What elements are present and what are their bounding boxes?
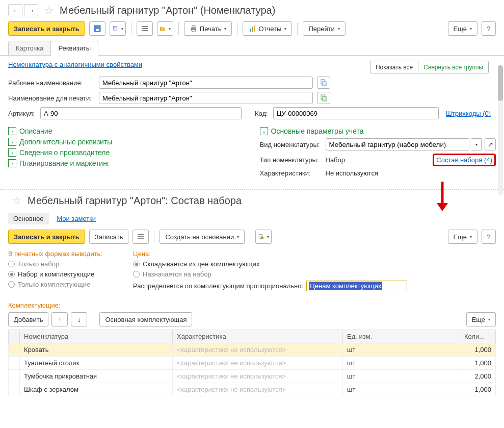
article-input[interactable] xyxy=(40,107,242,119)
section-label: Сведения о производителе xyxy=(19,148,110,157)
radio-set-and-components[interactable]: Набор и комплектующие xyxy=(8,270,102,278)
main-component-button[interactable]: Основная комплектующая xyxy=(99,312,192,326)
kind-dropdown-button[interactable]: ▾ xyxy=(471,138,482,150)
nav-back-button[interactable]: ← xyxy=(8,4,22,16)
radio-only-set[interactable]: Только набор xyxy=(8,260,102,268)
table-row[interactable]: Шкаф с зеркалом <характеристики не испол… xyxy=(9,383,496,396)
nav-forward-button[interactable]: → xyxy=(24,4,38,16)
components-title: Комплектующие: xyxy=(8,301,496,309)
svg-rect-12 xyxy=(254,26,255,32)
subtab-notes[interactable]: Мои заметки xyxy=(51,213,101,224)
kind-open-button[interactable]: ↗ xyxy=(485,138,496,150)
article-label: Артикул: xyxy=(8,110,36,117)
svg-rect-19 xyxy=(138,234,144,235)
tab-card[interactable]: Карточка xyxy=(8,41,51,55)
set-composition-link[interactable]: Состав набора (4) xyxy=(436,156,492,164)
radio-label: Только комплектующие xyxy=(18,281,90,288)
radio-price-sum[interactable]: Складывается из цен комплектующих xyxy=(133,260,407,268)
clipboard-button[interactable] xyxy=(110,21,126,36)
list-icon-button-2[interactable] xyxy=(132,230,149,244)
cell-qty: 2,000 xyxy=(460,370,496,383)
radio-price-set[interactable]: Назначается на набор xyxy=(133,270,407,278)
svg-rect-20 xyxy=(138,236,144,237)
cell-char: <характеристики не используются> xyxy=(173,370,343,383)
save-button[interactable]: Записать xyxy=(89,230,129,244)
cell-qty: 1,000 xyxy=(460,343,496,357)
show-all-button[interactable]: Показать все xyxy=(370,61,418,73)
section-main-params[interactable]: ⌄Основные параметры учета xyxy=(260,127,496,135)
barcodes-link[interactable]: Штрихкоды (0) xyxy=(446,110,491,117)
cell-unit: шт xyxy=(343,370,460,383)
col-qty[interactable]: Коли... xyxy=(460,330,496,343)
section-manufacturer[interactable]: ›Сведения о производителе xyxy=(8,148,245,157)
print-name-input[interactable] xyxy=(99,92,313,104)
svg-rect-8 xyxy=(192,26,195,28)
print-button[interactable]: Печать xyxy=(184,21,232,36)
save-icon-button[interactable] xyxy=(89,21,105,36)
code-input[interactable] xyxy=(273,107,439,119)
radio-only-components[interactable]: Только комплектующие xyxy=(8,281,102,288)
move-down-button[interactable]: ↓ xyxy=(71,312,87,326)
reports-button[interactable]: Отчеты xyxy=(243,21,292,36)
table-row[interactable]: Кровать <характеристики не используются>… xyxy=(9,343,496,357)
print-name-label: Наименование для печати: xyxy=(8,94,95,102)
svg-point-23 xyxy=(261,236,264,239)
type-value: Набор xyxy=(326,156,346,164)
add-button[interactable]: Добавить xyxy=(8,312,48,326)
subtab-main[interactable]: Основное xyxy=(8,213,49,224)
radio-label: Только набор xyxy=(18,260,59,268)
char-label: Характеристики: xyxy=(260,169,324,177)
similar-items-link[interactable]: Номенклатура с аналогичными свойствами xyxy=(8,61,142,68)
collapse-all-button[interactable]: Свернуть все группы xyxy=(418,61,489,73)
table-row[interactable]: Тумбочка прикроватная <характеристики не… xyxy=(9,370,496,383)
cell-char: <характеристики не используются> xyxy=(173,357,343,370)
page-title-2: Мебельный гарнитур "Артон": Состав набор… xyxy=(28,195,242,207)
svg-rect-3 xyxy=(114,27,117,31)
attach-button[interactable] xyxy=(255,230,272,244)
section-planning[interactable]: ›Планирование и маркетинг xyxy=(8,159,245,167)
move-up-button[interactable]: ↑ xyxy=(51,312,68,326)
col-unit[interactable]: Ед. изм. xyxy=(343,330,460,343)
copy-name-button[interactable] xyxy=(317,77,330,89)
cell-name: Тумбочка прикроватная xyxy=(20,370,173,383)
table-row[interactable]: Туалетный столик <характеристики не испо… xyxy=(9,357,496,370)
cell-unit: шт xyxy=(343,383,460,396)
help-button[interactable]: ? xyxy=(482,21,496,36)
more-button-3[interactable]: Еще xyxy=(466,312,496,326)
radio-icon xyxy=(133,271,140,278)
favorite-star-icon[interactable]: ☆ xyxy=(12,194,21,207)
section-additional[interactable]: ›Дополнительные реквизиты xyxy=(8,138,245,146)
help-button-2[interactable]: ? xyxy=(482,230,496,244)
svg-rect-5 xyxy=(142,28,148,29)
scrollbar-thumb[interactable] xyxy=(498,65,503,101)
goto-button[interactable]: Перейти xyxy=(303,21,346,36)
list-icon-button[interactable] xyxy=(137,21,153,36)
section-label: Дополнительные реквизиты xyxy=(19,138,112,146)
dist-value[interactable]: Ценам комплектующих xyxy=(309,282,382,290)
radio-icon xyxy=(8,281,15,288)
scrollbar[interactable] xyxy=(498,65,503,195)
save-close-button[interactable]: Записать и закрыть xyxy=(8,21,85,36)
cell-char: <характеристики не используются> xyxy=(173,343,343,357)
copy-print-name-button[interactable] xyxy=(317,92,330,104)
price-label: Цена: xyxy=(133,250,407,258)
col-nomenclature[interactable]: Номенклатура xyxy=(20,330,173,343)
kind-select[interactable] xyxy=(326,138,470,150)
create-based-button[interactable]: Создать на основании xyxy=(160,230,245,244)
folder-button[interactable] xyxy=(157,21,173,36)
favorite-star-icon[interactable]: ☆ xyxy=(44,4,54,16)
work-name-input[interactable] xyxy=(99,77,313,89)
tab-requisites[interactable]: Реквизиты xyxy=(50,41,98,55)
col-characteristic[interactable]: Характеристика xyxy=(173,330,343,343)
svg-rect-16 xyxy=(323,96,326,101)
print-label: Печать xyxy=(200,25,222,33)
more-button[interactable]: Еще xyxy=(448,21,478,36)
cell-qty: 1,000 xyxy=(460,357,496,370)
more-button-2[interactable]: Еще xyxy=(448,230,478,244)
cell-qty: 1,000 xyxy=(460,383,496,396)
cell-name: Туалетный столик xyxy=(20,357,173,370)
reports-label: Отчеты xyxy=(258,25,281,33)
svg-rect-6 xyxy=(142,30,148,31)
save-close-button-2[interactable]: Записать и закрыть xyxy=(8,230,85,244)
section-description[interactable]: ›Описание xyxy=(8,127,245,135)
